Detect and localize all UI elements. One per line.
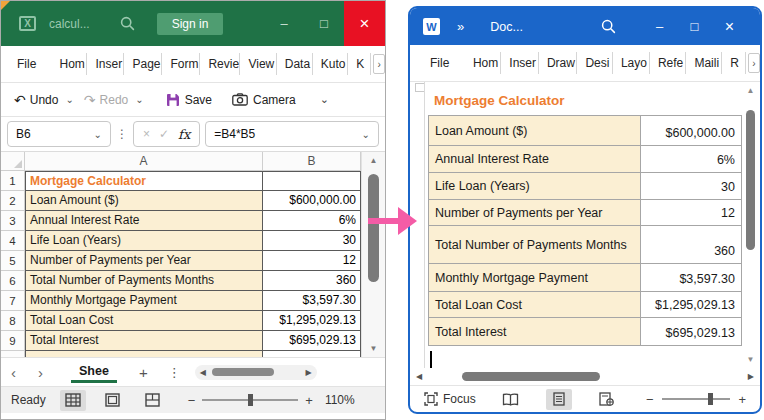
- search-icon[interactable]: [120, 16, 135, 31]
- sign-in-button[interactable]: Sign in: [157, 13, 224, 35]
- qat-overflow-icon[interactable]: ⌄: [320, 93, 329, 106]
- scroll-down-icon[interactable]: ▼: [362, 344, 385, 353]
- word-table-label[interactable]: Loan Amount ($): [429, 116, 641, 146]
- word-table-label[interactable]: Annual Interest Rate: [429, 146, 641, 173]
- excel-tab-kuto[interactable]: Kuto: [313, 53, 349, 75]
- camera-button[interactable]: Camera: [232, 93, 296, 107]
- word-table-value[interactable]: 6%: [641, 146, 742, 173]
- cell-b6[interactable]: 360: [263, 271, 361, 291]
- sheet-options-kebab-icon[interactable]: ⋮: [168, 365, 181, 380]
- word-table-value[interactable]: $600,000.00: [641, 116, 742, 146]
- row-header-6[interactable]: 6: [1, 271, 25, 291]
- read-mode-icon[interactable]: [498, 389, 524, 410]
- word-vertical-scroll-thumb[interactable]: [746, 110, 755, 250]
- qat-chevrons-icon[interactable]: »: [457, 19, 464, 34]
- cell-b2[interactable]: $600,000.00: [263, 191, 361, 211]
- redo-dropdown-icon[interactable]: ⌄: [135, 94, 143, 105]
- select-all-corner[interactable]: [1, 152, 25, 171]
- word-table-value[interactable]: 30: [641, 173, 742, 200]
- word-table-value[interactable]: $1,295,029.13: [641, 292, 742, 318]
- cell-a6[interactable]: Total Number of Payments Months: [25, 271, 263, 291]
- word-table-label[interactable]: Number of Payments per Year: [429, 200, 641, 226]
- word-horizontal-scrollbar[interactable]: ◀ ▶: [410, 368, 760, 385]
- focus-mode-button[interactable]: Focus: [424, 392, 476, 406]
- excel-tab-page[interactable]: Page: [124, 53, 162, 75]
- zoom-out-icon[interactable]: −: [188, 393, 196, 408]
- word-tab-maili[interactable]: Maili: [686, 52, 722, 74]
- scroll-left-icon[interactable]: ◀: [200, 368, 206, 377]
- cell-b4[interactable]: 30: [263, 231, 361, 251]
- word-document-area[interactable]: Mortgage Calculator Loan Amount ($)$600,…: [410, 82, 760, 368]
- word-table-value[interactable]: $695,029.13: [641, 318, 742, 346]
- excel-tab-overflow-icon[interactable]: ›: [373, 54, 385, 74]
- zoom-slider[interactable]: [202, 399, 298, 401]
- word-tab-file[interactable]: File: [420, 52, 455, 74]
- row-header-5[interactable]: 5: [1, 251, 25, 271]
- word-table-value[interactable]: 12: [641, 200, 742, 226]
- cancel-entry-icon[interactable]: ×: [143, 127, 150, 141]
- word-tab-r[interactable]: R: [722, 52, 746, 74]
- scroll-up-icon[interactable]: ▲: [362, 156, 385, 165]
- word-table-value[interactable]: 360: [641, 226, 742, 264]
- word-close-button[interactable]: ×: [712, 18, 747, 36]
- zoom-percentage[interactable]: 110%: [325, 393, 355, 407]
- page-break-view-icon[interactable]: [140, 390, 166, 411]
- excel-tab-hom[interactable]: Hom: [51, 53, 87, 75]
- row-header-4[interactable]: 4: [1, 231, 25, 251]
- undo-button[interactable]: ↶ Undo: [14, 92, 58, 108]
- word-scroll-left-icon[interactable]: ◀: [416, 372, 422, 381]
- name-box-dropdown-icon[interactable]: ⌄: [94, 129, 102, 140]
- word-table-label[interactable]: Total Number of Payments Months: [429, 226, 641, 264]
- word-scroll-down-icon[interactable]: ▼: [743, 355, 758, 364]
- save-button[interactable]: Save: [166, 93, 212, 107]
- excel-tab-form[interactable]: Form: [162, 53, 200, 75]
- page-layout-view-icon[interactable]: [100, 390, 126, 411]
- word-table-label[interactable]: Monthly Mortgage Payment: [429, 264, 641, 292]
- excel-minimize-button[interactable]: –: [264, 16, 304, 31]
- word-vertical-scrollbar[interactable]: ▲ ▼: [743, 84, 758, 366]
- word-tab-draw[interactable]: Draw: [539, 52, 578, 74]
- cell-b9[interactable]: $695,029.13: [263, 331, 361, 351]
- excel-vertical-scrollbar[interactable]: ▲ ▼: [361, 152, 385, 357]
- formula-input[interactable]: =B4*B5 ⌄: [205, 121, 379, 147]
- cell-b7[interactable]: $3,597.30: [263, 291, 361, 311]
- word-scroll-up-icon[interactable]: ▲: [743, 86, 758, 95]
- word-tab-refe[interactable]: Refe: [650, 52, 687, 74]
- word-table-label[interactable]: Life Loan (Years): [429, 173, 641, 200]
- redo-button[interactable]: ↷ Redo: [84, 92, 128, 108]
- zoom-slider-thumb[interactable]: [248, 394, 253, 406]
- row-header-3[interactable]: 3: [1, 211, 25, 231]
- row-header-7[interactable]: 7: [1, 291, 25, 311]
- word-horizontal-scroll-thumb[interactable]: [462, 372, 600, 381]
- zoom-in-icon[interactable]: +: [305, 393, 313, 408]
- undo-dropdown-icon[interactable]: ⌄: [65, 94, 73, 105]
- excel-close-button[interactable]: ×: [344, 1, 385, 46]
- cell-b8[interactable]: $1,295,029.13: [263, 311, 361, 331]
- word-table-value[interactable]: $3,597.30: [641, 264, 742, 292]
- cell-a4[interactable]: Life Loan (Years): [25, 231, 263, 251]
- word-search-icon[interactable]: [601, 19, 616, 34]
- column-header-a[interactable]: A: [25, 152, 263, 171]
- insert-function-icon[interactable]: fx: [178, 127, 190, 142]
- confirm-entry-icon[interactable]: ✓: [159, 127, 169, 141]
- row-header-8[interactable]: 8: [1, 311, 25, 331]
- word-table-label[interactable]: Total Interest: [429, 318, 641, 346]
- scroll-right-icon[interactable]: ▶: [306, 368, 312, 377]
- word-maximize-button[interactable]: □: [677, 19, 712, 34]
- word-table-label[interactable]: Total Loan Cost: [429, 292, 641, 318]
- cell-a1[interactable]: Mortgage Calculator: [25, 171, 263, 191]
- cell-a3[interactable]: Annual Interest Rate: [25, 211, 263, 231]
- cell-a7[interactable]: Monthly Mortgage Payment: [25, 291, 263, 311]
- excel-tab-file[interactable]: File: [7, 53, 41, 75]
- excel-maximize-button[interactable]: □: [304, 16, 344, 31]
- row-header-1[interactable]: 1: [1, 171, 25, 191]
- formula-expand-icon[interactable]: ⌄: [362, 129, 370, 140]
- cell-b1[interactable]: [263, 171, 361, 191]
- word-tab-inser[interactable]: Inser: [501, 52, 539, 74]
- cell-a5[interactable]: Number of Payments per Year: [25, 251, 263, 271]
- row-header-2[interactable]: 2: [1, 191, 25, 211]
- sheet-tab-active[interactable]: Shee: [71, 361, 117, 383]
- cell-b3[interactable]: 6%: [263, 211, 361, 231]
- word-minimize-button[interactable]: –: [642, 19, 677, 34]
- word-tab-layo[interactable]: Layo: [613, 52, 650, 74]
